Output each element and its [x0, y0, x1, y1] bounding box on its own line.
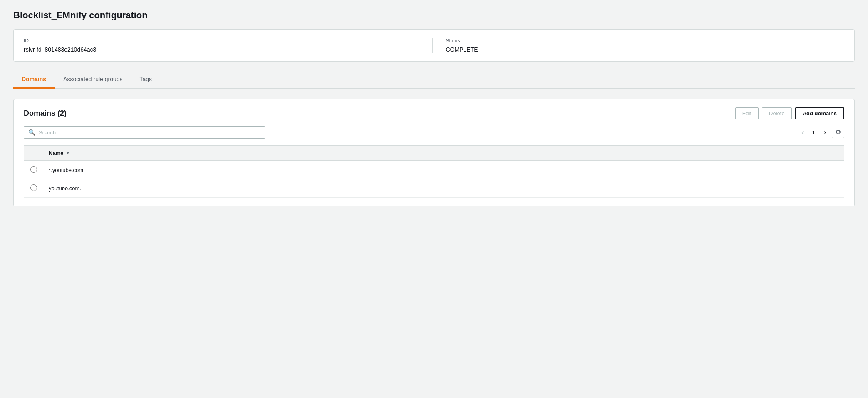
prev-page-button[interactable]: ‹ [799, 127, 806, 137]
table-row: *.youtube.com. [24, 161, 844, 179]
row-2-name: youtube.com. [49, 185, 81, 192]
table-settings-button[interactable]: ⚙ [832, 127, 844, 138]
row-1-name: *.youtube.com. [49, 167, 85, 173]
tab-tags[interactable]: Tags [131, 72, 161, 89]
settings-icon: ⚙ [835, 129, 841, 136]
name-header-sort: Name ▼ [49, 150, 839, 156]
tab-associated-rule-groups[interactable]: Associated rule groups [55, 72, 131, 89]
row-1-radio[interactable] [30, 166, 37, 173]
panel-title: Domains (2) [24, 109, 67, 118]
row-1-checkbox-cell [24, 161, 44, 179]
edit-button[interactable]: Edit [735, 107, 759, 119]
row-2-checkbox-cell [24, 179, 44, 198]
page-number: 1 [810, 129, 818, 136]
domains-table: Name ▼ *.youtube.com. [24, 145, 844, 198]
tabs-container: Domains Associated rule groups Tags [13, 72, 855, 89]
status-section: Status COMPLETE [433, 38, 845, 53]
info-card: ID rslvr-fdl-801483e210d64ac8 Status COM… [13, 29, 855, 62]
status-value: COMPLETE [446, 46, 845, 53]
tab-domains[interactable]: Domains [13, 72, 55, 89]
domains-table-body: *.youtube.com. youtube.com. [24, 161, 844, 198]
checkbox-header [24, 146, 44, 161]
name-header: Name ▼ [44, 146, 844, 161]
status-label: Status [446, 38, 845, 44]
sort-arrow-icon: ▼ [66, 151, 69, 155]
pagination-controls: ‹ 1 › ⚙ [799, 127, 844, 138]
panel-header: Domains (2) Edit Delete Add domains [24, 107, 844, 119]
search-icon: 🔍 [28, 129, 35, 136]
id-label: ID [24, 38, 422, 44]
panel-title-text: Domains [24, 109, 55, 117]
id-value: rslvr-fdl-801483e210d64ac8 [24, 46, 422, 53]
next-page-button[interactable]: › [821, 127, 828, 137]
domains-content-panel: Domains (2) Edit Delete Add domains 🔍 ‹ … [13, 99, 855, 206]
row-2-radio[interactable] [30, 184, 37, 191]
page-container: Blocklist_EMnify configuration ID rslvr-… [0, 0, 868, 398]
search-row: 🔍 ‹ 1 › ⚙ [24, 126, 844, 139]
name-column-label: Name [49, 150, 63, 156]
header-actions: Edit Delete Add domains [735, 107, 844, 119]
row-1-name-cell: *.youtube.com. [44, 161, 844, 179]
table-row: youtube.com. [24, 179, 844, 198]
add-domains-button[interactable]: Add domains [795, 107, 844, 119]
table-header-row: Name ▼ [24, 146, 844, 161]
search-input[interactable] [39, 129, 260, 136]
row-2-name-cell: youtube.com. [44, 179, 844, 198]
id-section: ID rslvr-fdl-801483e210d64ac8 [24, 38, 433, 53]
search-wrapper: 🔍 [24, 126, 265, 139]
page-title: Blocklist_EMnify configuration [13, 10, 855, 21]
tabs-list: Domains Associated rule groups Tags [13, 72, 855, 89]
delete-button[interactable]: Delete [762, 107, 792, 119]
panel-count-value: (2) [57, 109, 67, 117]
